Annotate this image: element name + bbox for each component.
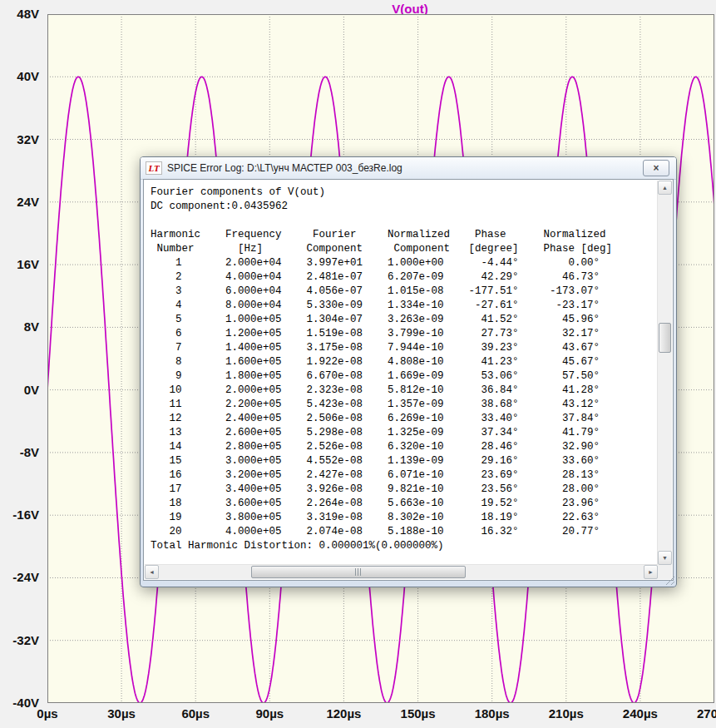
scroll-left-icon[interactable]: ◄: [145, 565, 159, 579]
scroll-down-icon[interactable]: ▼: [658, 551, 672, 565]
x-axis-tick: 120µs: [326, 706, 361, 721]
fourier-report-text: Fourier components of V(out) DC componen…: [145, 181, 658, 565]
x-axis-tick: 240µs: [623, 706, 658, 721]
y-axis-tick: -24V: [1, 571, 39, 584]
close-button[interactable]: ×: [643, 160, 669, 176]
scrollbar-grip-icon: [355, 568, 363, 576]
dialog-title: SPICE Error Log: D:\LT\унч МАСТЕР 003_бе…: [167, 162, 402, 174]
spice-error-log-window: LT SPICE Error Log: D:\LT\унч МАСТЕР 003…: [140, 156, 677, 587]
y-axis-tick: 40V: [1, 70, 39, 83]
x-axis-tick: 210µs: [549, 706, 584, 721]
y-axis[interactable]: 48V40V32V24V16V8V0V-8V-16V-24V-32V-40V: [0, 0, 44, 728]
y-axis-tick: -16V: [1, 508, 39, 522]
y-axis-tick: 32V: [1, 133, 39, 146]
x-axis-tick: 30µs: [107, 706, 136, 721]
scroll-up-icon[interactable]: ▲: [658, 181, 672, 195]
x-axis-tick: 90µs: [255, 706, 284, 721]
scroll-right-icon[interactable]: ►: [644, 565, 658, 579]
dialog-titlebar[interactable]: LT SPICE Error Log: D:\LT\унч МАСТЕР 003…: [141, 157, 676, 180]
ltspice-logo-icon: LT: [146, 161, 162, 175]
y-axis-tick: -32V: [1, 634, 39, 647]
y-axis-tick: 0V: [1, 384, 39, 397]
horizontal-scrollbar[interactable]: ◄ ►: [145, 564, 658, 579]
horizontal-scrollbar-thumb[interactable]: [251, 566, 466, 578]
vertical-scrollbar-thumb[interactable]: [659, 323, 671, 353]
y-axis-tick: 24V: [1, 196, 39, 209]
vertical-scrollbar[interactable]: ▲ ▼: [657, 181, 672, 565]
dialog-body: Fourier components of V(out) DC componen…: [143, 179, 674, 581]
x-axis-tick: 150µs: [401, 706, 436, 721]
y-axis-tick: 8V: [1, 320, 39, 334]
x-axis-tick: 270µs: [697, 706, 716, 721]
x-axis-tick: 60µs: [181, 706, 210, 721]
x-axis-tick: 180µs: [475, 706, 510, 721]
y-axis-tick: 48V: [1, 7, 39, 21]
y-axis-tick: -8V: [1, 446, 39, 459]
y-axis-tick: -40V: [1, 696, 39, 710]
scrollbar-corner: [658, 565, 672, 579]
y-axis-tick: 16V: [1, 258, 39, 271]
